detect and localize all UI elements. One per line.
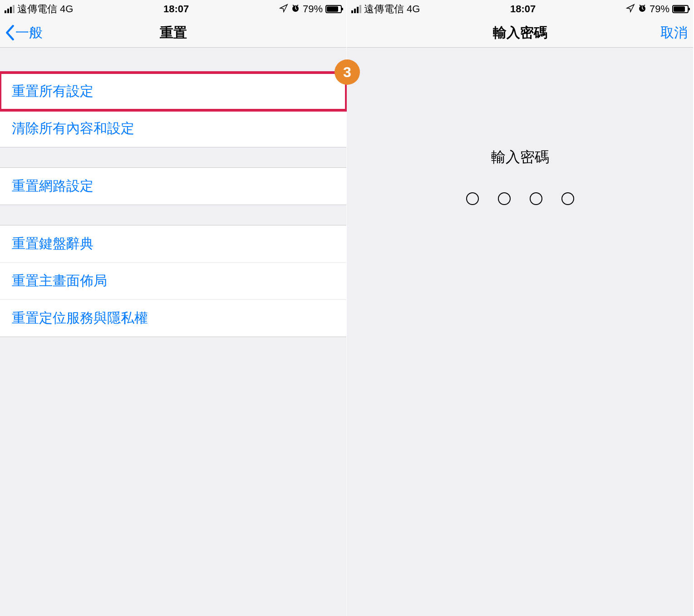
row-label: 重置定位服務與隱私權 bbox=[12, 310, 148, 325]
nav-bar: 輸入密碼 取消 bbox=[347, 18, 693, 48]
back-label: 一般 bbox=[15, 24, 43, 42]
row-label: 重置網路設定 bbox=[12, 178, 94, 193]
location-icon bbox=[279, 4, 288, 15]
chevron-left-icon bbox=[5, 25, 15, 40]
passcode-dot[interactable] bbox=[530, 192, 542, 205]
row-label: 清除所有內容和設定 bbox=[12, 121, 134, 136]
reset-location-privacy-row[interactable]: 重置定位服務與隱私權 bbox=[0, 299, 346, 337]
list-section-3: 重置鍵盤辭典 重置主畫面佈局 重置定位服務與隱私權 bbox=[0, 225, 346, 337]
reset-all-settings-row[interactable]: 重置所有設定 3 bbox=[0, 73, 346, 110]
battery-percent: 79% bbox=[650, 3, 669, 15]
list-section-1: 重置所有設定 3 清除所有內容和設定 bbox=[0, 73, 346, 147]
reset-home-layout-row[interactable]: 重置主畫面佈局 bbox=[0, 262, 346, 300]
status-time: 18:07 bbox=[163, 3, 189, 15]
passcode-dot[interactable] bbox=[498, 192, 511, 205]
page-title: 重置 bbox=[0, 24, 346, 42]
carrier-label: 遠傳電信 bbox=[364, 2, 404, 16]
reset-keyboard-row[interactable]: 重置鍵盤辭典 bbox=[0, 225, 346, 263]
row-label: 重置主畫面佈局 bbox=[12, 273, 107, 288]
network-label: 4G bbox=[407, 3, 420, 15]
battery-icon bbox=[672, 5, 689, 13]
alarm-icon bbox=[291, 4, 300, 15]
signal-icon bbox=[351, 5, 361, 13]
cancel-button[interactable]: 取消 bbox=[660, 24, 688, 42]
passcode-area: 輸入密碼 bbox=[347, 48, 693, 205]
row-label: 重置所有設定 bbox=[12, 83, 94, 98]
passcode-dots bbox=[347, 192, 693, 205]
back-button[interactable]: 一般 bbox=[5, 24, 43, 42]
reset-network-row[interactable]: 重置網路設定 bbox=[0, 167, 346, 205]
passcode-dot[interactable] bbox=[466, 192, 479, 205]
step-badge: 3 bbox=[335, 59, 360, 85]
passcode-dot[interactable] bbox=[561, 192, 574, 205]
signal-icon bbox=[5, 5, 15, 13]
erase-all-content-row[interactable]: 清除所有內容和設定 bbox=[0, 110, 346, 147]
status-bar: 遠傳電信 4G 18:07 79% bbox=[0, 0, 346, 18]
passcode-prompt: 輸入密碼 bbox=[347, 147, 693, 167]
location-icon bbox=[626, 4, 635, 15]
battery-icon bbox=[325, 5, 342, 13]
carrier-label: 遠傳電信 bbox=[17, 2, 57, 16]
network-label: 4G bbox=[60, 3, 73, 15]
row-label: 重置鍵盤辭典 bbox=[12, 236, 94, 251]
status-time: 18:07 bbox=[510, 3, 536, 15]
right-phone-screen: 遠傳電信 4G 18:07 79% 輸入密碼 取消 輸入密碼 bbox=[347, 0, 694, 616]
list-section-2: 重置網路設定 bbox=[0, 167, 346, 205]
nav-bar: 一般 重置 bbox=[0, 18, 346, 48]
battery-percent: 79% bbox=[303, 3, 323, 15]
left-phone-screen: 遠傳電信 4G 18:07 79% 一般 重置 重置所有設定 3 清除所有內容和… bbox=[0, 0, 347, 616]
status-bar: 遠傳電信 4G 18:07 79% bbox=[347, 0, 693, 18]
alarm-icon bbox=[638, 4, 647, 15]
page-title: 輸入密碼 bbox=[347, 24, 693, 42]
